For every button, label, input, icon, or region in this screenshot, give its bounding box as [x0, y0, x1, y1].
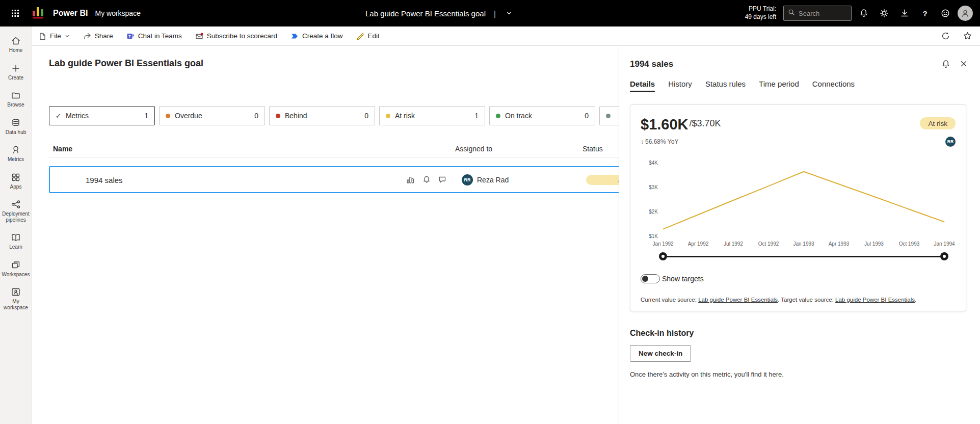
yoy-change: ↓ 56.68% YoY	[641, 138, 678, 145]
down-arrow-icon: ↓	[641, 138, 644, 145]
book-icon	[11, 232, 21, 243]
scorecard-main: Lab guide Power BI Essentials goal ✓ Met…	[32, 46, 619, 424]
column-chart-icon[interactable]	[406, 175, 415, 184]
toggle-knob	[642, 276, 648, 282]
action-toolbar: File Share T Chat in Teams Subscribe to …	[32, 26, 980, 46]
metrics-table: Name Assigned to Status 1994 sales	[49, 144, 619, 193]
help-icon[interactable]: ?	[917, 5, 933, 21]
search-input[interactable]	[799, 10, 844, 17]
favorite-star-icon[interactable]	[963, 32, 972, 40]
title-chevron-down-icon[interactable]	[504, 8, 514, 18]
svg-text:$1K: $1K	[649, 233, 658, 239]
svg-text:$2K: $2K	[649, 209, 658, 215]
tab-connections[interactable]: Connections	[812, 80, 855, 92]
time-range-slider[interactable]	[663, 252, 944, 262]
teams-icon: T	[126, 32, 135, 40]
show-targets-toggle[interactable]	[641, 274, 660, 283]
topbar-left: Power BI My workspace	[0, 5, 141, 22]
refresh-icon[interactable]	[941, 32, 950, 40]
svg-text:Jan 1993: Jan 1993	[793, 241, 814, 247]
svg-text:$3K: $3K	[649, 184, 658, 190]
download-icon[interactable]	[896, 5, 913, 21]
current-value: $1.60K	[641, 117, 688, 132]
panel-tabs: Details History Status rules Time period…	[619, 80, 980, 92]
notifications-icon[interactable]	[856, 5, 872, 21]
assignee-avatar: RR	[462, 174, 473, 186]
subscribe-button[interactable]: Subscribe to scorecard	[195, 32, 277, 40]
sidebar-item-my-workspace[interactable]: My workspace	[0, 284, 32, 313]
tab-time-period[interactable]: Time period	[759, 80, 799, 92]
details-panel: 1994 sales Details History Status rules …	[619, 46, 980, 424]
svg-text:Oct 1993: Oct 1993	[899, 241, 920, 247]
show-targets-label: Show targets	[662, 275, 704, 283]
filter-chip-metrics[interactable]: ✓ Metrics 1	[49, 106, 155, 125]
assignee-name: Reza Rad	[477, 176, 509, 184]
sidebar-item-metrics[interactable]: Metrics	[0, 142, 32, 166]
search-icon	[788, 9, 795, 18]
sidebar-item-deployment-pipelines[interactable]: Deployment pipelines	[0, 196, 32, 226]
panel-notifications-bell-icon[interactable]	[941, 60, 950, 69]
metric-name: 1994 sales	[86, 175, 123, 184]
follow-bell-icon[interactable]	[422, 175, 431, 184]
top-bar: Power BI My workspace Lab guide Power BI…	[0, 0, 980, 26]
feedback-smiley-icon[interactable]	[937, 5, 953, 21]
slider-handle-end[interactable]	[940, 252, 948, 260]
app-name: Power BI	[53, 9, 88, 18]
panel-close-icon[interactable]	[960, 60, 968, 69]
chat-in-teams-button[interactable]: T Chat in Teams	[126, 32, 182, 40]
document-title: Lab guide Power BI Essentials goal	[365, 9, 486, 18]
waffle-menu-icon[interactable]	[7, 5, 23, 21]
account-avatar[interactable]	[958, 6, 973, 21]
topbar-right: PPU Trial: 49 days left ?	[745, 5, 980, 21]
folder-icon	[11, 90, 21, 100]
sidebar-item-create[interactable]: Create	[0, 60, 32, 84]
tab-history[interactable]: History	[668, 80, 692, 92]
slider-handle-start[interactable]	[659, 252, 667, 260]
power-bi-app: Power BI My workspace Lab guide Power BI…	[0, 0, 980, 424]
current-value-source-link[interactable]: Lab guide Power BI Essentials	[698, 297, 778, 303]
sidebar-item-learn[interactable]: Learn	[0, 229, 32, 253]
sidebar-item-browse[interactable]: Browse	[0, 87, 32, 111]
filter-chip-on-track[interactable]: On track 0	[489, 106, 595, 125]
svg-text:Oct 1992: Oct 1992	[758, 241, 779, 247]
svg-text:Apr 1992: Apr 1992	[688, 241, 709, 247]
sidebar-item-workspaces[interactable]: Workspaces	[0, 257, 32, 281]
new-checkin-button[interactable]: New check-in	[630, 345, 691, 362]
filter-chip-behind[interactable]: Behind 0	[269, 106, 375, 125]
filter-chip-overdue[interactable]: Overdue 0	[159, 106, 265, 125]
sidebar-item-apps[interactable]: Apps	[0, 169, 32, 193]
comment-icon[interactable]	[438, 175, 446, 184]
create-flow-button[interactable]: Create a flow	[290, 32, 343, 40]
column-header-name: Name	[53, 145, 72, 153]
svg-text:Jul 1992: Jul 1992	[724, 241, 743, 247]
filter-chip-at-risk[interactable]: At risk 1	[379, 106, 485, 125]
checkin-history-heading: Check-in history	[630, 329, 980, 338]
power-automate-icon	[290, 32, 299, 40]
svg-text:Jul 1993: Jul 1993	[864, 241, 884, 247]
chevron-down-icon	[65, 34, 70, 39]
search-box[interactable]	[783, 6, 852, 21]
panel-title: 1994 sales	[630, 59, 673, 69]
file-menu-button[interactable]: File	[38, 32, 70, 40]
title-divider: |	[494, 9, 496, 18]
tab-status-rules[interactable]: Status rules	[705, 80, 746, 92]
table-row[interactable]: 1994 sales RR Reza Rad At risk	[49, 166, 619, 193]
sidebar-item-data-hub[interactable]: Data hub	[0, 115, 32, 139]
edit-button[interactable]: Edit	[356, 32, 379, 40]
svg-text:Jan 1994: Jan 1994	[934, 241, 955, 247]
share-button[interactable]: Share	[83, 32, 113, 40]
pipeline-icon	[11, 199, 21, 209]
target-value-source-link[interactable]: Lab guide Power BI Essentials	[835, 297, 915, 303]
row-quick-actions	[406, 175, 446, 184]
svg-text:Apr 1993: Apr 1993	[829, 241, 850, 247]
status-badge: At risk	[920, 117, 956, 129]
settings-gear-icon[interactable]	[876, 5, 892, 21]
workspace-name[interactable]: My workspace	[95, 9, 140, 17]
sidebar-item-home[interactable]: Home	[0, 33, 32, 57]
home-icon	[11, 36, 21, 46]
owner-avatar: RR	[945, 137, 956, 147]
medal-icon	[11, 145, 21, 155]
filter-chip-partial[interactable]	[599, 106, 619, 125]
tab-details[interactable]: Details	[630, 80, 655, 92]
person-workspace-icon	[11, 287, 21, 297]
